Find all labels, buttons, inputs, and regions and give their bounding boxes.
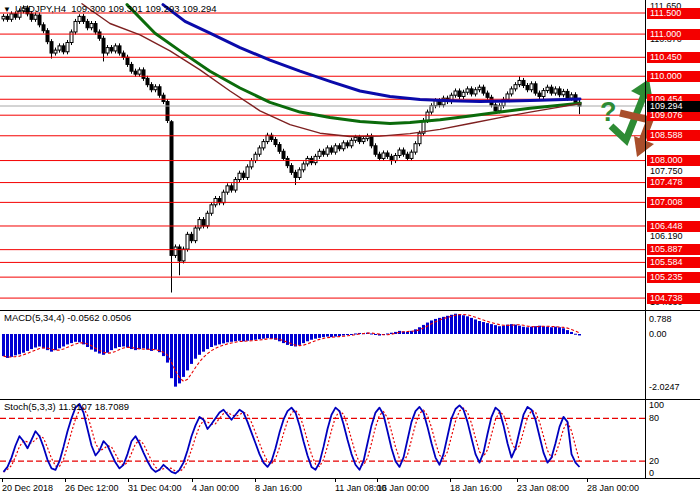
stoch-indicator-label: Stoch(5,3,3) 11.9107 18.7089 xyxy=(4,401,129,412)
date-label[interactable]: 4 Jan 00:00 xyxy=(192,483,239,493)
date-tick xyxy=(450,478,451,482)
date-tick xyxy=(255,478,256,482)
price-level-label[interactable]: 110.000 xyxy=(647,71,700,82)
price-level-label[interactable]: 108.000 xyxy=(647,155,700,166)
stoch-axis-label: 20 xyxy=(649,456,659,466)
ohlc-values: 109.300 109.301 109.293 109.294 xyxy=(71,3,216,14)
price-level-label[interactable]: 111.500 xyxy=(647,8,700,19)
date-tick xyxy=(587,478,588,482)
trading-chart-window: ? ▼USDJPY,H4 109.300 109.301 109.293 109… xyxy=(0,0,700,500)
chart-canvas: ? xyxy=(0,0,700,500)
date-tick xyxy=(377,478,378,482)
date-tick xyxy=(335,478,336,482)
stoch-k-line xyxy=(4,404,580,473)
price-level-label[interactable]: 104.738 xyxy=(647,293,700,304)
date-label[interactable]: 16 Jan 00:00 xyxy=(377,483,429,493)
macd-axis-label: -2.0247 xyxy=(649,382,680,392)
stoch-axis-label: 100 xyxy=(649,400,664,410)
macd-signal-line xyxy=(4,315,580,382)
stoch-axis-label: 80 xyxy=(649,413,659,423)
date-label[interactable]: 23 Jan 08:00 xyxy=(517,483,569,493)
date-tick xyxy=(2,478,3,482)
time-axis-border xyxy=(0,478,700,479)
date-tick xyxy=(517,478,518,482)
date-label[interactable]: 31 Dec 04:00 xyxy=(128,483,182,493)
date-label[interactable]: 26 Dec 12:00 xyxy=(65,483,119,493)
macd-histogram xyxy=(2,314,581,387)
support-resistance-lines[interactable] xyxy=(0,13,645,298)
symbol-period-label: USDJPY,H4 xyxy=(15,3,66,14)
price-level-label[interactable]: 105.887 xyxy=(647,244,700,255)
price-level-label[interactable]: 110.450 xyxy=(647,52,700,63)
date-label[interactable]: 18 Jan 16:00 xyxy=(450,483,502,493)
stoch-axis-label: 0 xyxy=(649,468,654,478)
price-axis-border xyxy=(645,0,646,478)
date-tick xyxy=(128,478,129,482)
price-level-label[interactable]: 111.000 xyxy=(647,29,700,40)
price-level-label[interactable]: 106.448 xyxy=(647,221,700,232)
chart-title: ▼USDJPY,H4 109.300 109.301 109.293 109.2… xyxy=(3,3,217,14)
date-tick xyxy=(65,478,66,482)
date-label[interactable]: 8 Jan 16:00 xyxy=(255,483,302,493)
price-axis-tick: 106.190 xyxy=(647,231,700,242)
date-label[interactable]: 28 Jan 00:00 xyxy=(587,483,639,493)
price-level-label[interactable]: 107.008 xyxy=(647,197,700,208)
date-tick xyxy=(192,478,193,482)
current-price-label: 109.294 xyxy=(647,101,700,112)
chevron-down-icon[interactable]: ▼ xyxy=(3,5,11,14)
price-level-label[interactable]: 105.235 xyxy=(647,272,700,283)
macd-axis-label: 0.788 xyxy=(649,314,672,324)
date-label[interactable]: 20 Dec 2018 xyxy=(2,483,53,493)
macd-indicator-label: MACD(5,34,4) -0.0562 0.0506 xyxy=(4,312,131,323)
price-axis-tick: 107.750 xyxy=(647,166,700,177)
price-level-label[interactable]: 108.588 xyxy=(647,130,700,141)
price-level-label[interactable]: 105.584 xyxy=(647,257,700,268)
panel-separator[interactable] xyxy=(0,399,700,400)
question-mark-annotation[interactable]: ? xyxy=(600,97,617,127)
price-level-label[interactable]: 107.478 xyxy=(647,177,700,188)
macd-axis-label: 0.00 xyxy=(649,329,667,339)
panel-separator[interactable] xyxy=(0,310,700,311)
